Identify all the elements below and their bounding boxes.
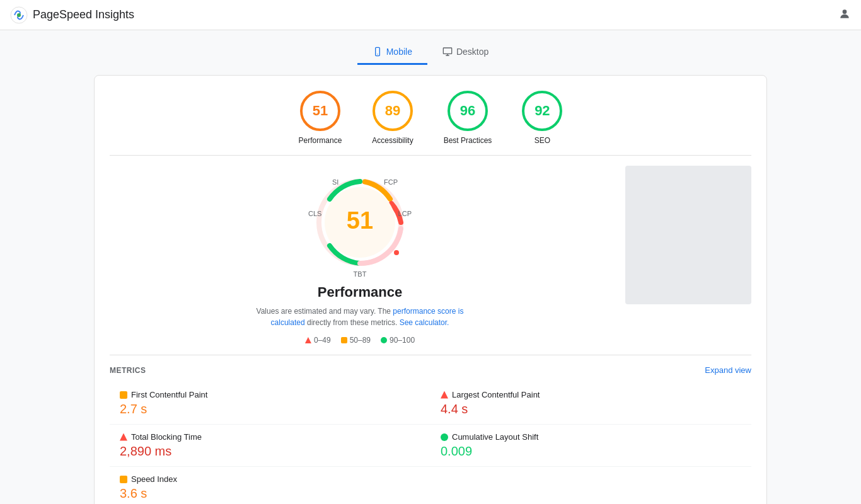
legend-item-orange: 50–89 [341, 336, 371, 345]
metric-si-icon [120, 476, 127, 483]
tab-desktop[interactable]: Desktop [427, 40, 504, 65]
app-title: PageSpeed Insights [33, 8, 134, 21]
legend-dot-red [305, 337, 311, 343]
legend-label-red: 0–49 [314, 336, 331, 345]
metric-fcp-value: 2.7 s [120, 402, 420, 416]
score-circle-seo: 92 [522, 91, 562, 131]
metric-fcp-label: First Contentful Paint [131, 390, 207, 399]
score-item-best-practices[interactable]: 96 Best Practices [444, 91, 492, 145]
metric-fcp: First Contentful Paint 2.7 s [110, 382, 430, 425]
gauge-label-lcp: LCP [398, 210, 412, 217]
gauge-label-tbt: TBT [354, 270, 367, 278]
metric-si: Speed Index 3.6 s [110, 467, 430, 504]
metrics-title: METRICS [110, 366, 146, 375]
metrics-header: METRICS Expand view [110, 365, 751, 375]
legend-dot-green [381, 337, 387, 343]
score-label-performance: Performance [299, 136, 342, 145]
metric-cls-icon [441, 433, 448, 441]
gauge-labels: SI FCP LCP TBT CLS [303, 166, 417, 279]
gauge-label-fcp: FCP [384, 178, 398, 186]
metrics-grid: First Contentful Paint 2.7 s Largest Con… [110, 382, 751, 504]
metric-tbt-icon [120, 433, 127, 441]
scores-row: 51 Performance 89 Accessibility 96 Best … [110, 91, 751, 145]
score-label-seo: SEO [535, 136, 550, 145]
svg-point-1 [17, 13, 21, 17]
svg-rect-5 [443, 48, 451, 54]
svg-point-4 [377, 54, 378, 54]
metric-cls-value: 0.009 [441, 444, 741, 459]
tab-desktop-label: Desktop [456, 47, 488, 57]
perf-title: Performance [318, 284, 403, 301]
metric-lcp-value: 4.4 s [441, 402, 741, 416]
tab-mobile-label: Mobile [386, 47, 412, 57]
score-label-accessibility: Accessibility [372, 136, 413, 145]
pagespeed-logo-icon [10, 6, 28, 24]
metric-cls-label: Cumulative Layout Shift [452, 432, 538, 442]
score-circle-performance: 51 [300, 91, 340, 131]
score-circle-accessibility: 89 [373, 91, 413, 131]
score-value-best-practices: 96 [460, 103, 475, 119]
legend-dot-orange [341, 337, 347, 343]
score-item-accessibility[interactable]: 89 Accessibility [372, 91, 413, 145]
calculator-link[interactable]: See calculator. [400, 318, 449, 327]
logo-container: PageSpeed Insights [10, 6, 134, 24]
panel-divider [110, 155, 751, 156]
svg-point-2 [843, 9, 847, 14]
metric-fcp-icon [120, 391, 127, 399]
gauge-label-cls: CLS [308, 210, 321, 217]
score-value-performance: 51 [313, 103, 328, 119]
score-item-seo[interactable]: 92 SEO [522, 91, 562, 145]
legend: 0–49 50–89 90–100 [305, 336, 415, 345]
score-panel: 51 Performance 89 Accessibility 96 Best … [94, 75, 767, 504]
metric-fcp-header: First Contentful Paint [120, 390, 420, 399]
device-tabs: Mobile Desktop [94, 40, 767, 65]
metric-si-header: Speed Index [120, 474, 420, 484]
metric-tbt-label: Total Blocking Time [131, 432, 202, 442]
mobile-icon [373, 47, 383, 57]
metrics-divider [110, 355, 751, 355]
perf-left: 51 SI FCP LCP TBT CLS Performance Values… [110, 166, 610, 345]
legend-item-red: 0–49 [305, 336, 331, 345]
gauge-container: 51 SI FCP LCP TBT CLS [303, 166, 417, 279]
perf-note: Values are estimated and may vary. The p… [240, 306, 480, 328]
main-content: Mobile Desktop 51 Performance 89 [84, 30, 777, 504]
header: PageSpeed Insights [0, 0, 861, 30]
profile-icon[interactable] [838, 8, 851, 20]
metric-si-value: 3.6 s [120, 486, 420, 501]
legend-label-orange: 50–89 [350, 336, 371, 345]
metric-si-label: Speed Index [131, 474, 177, 484]
metric-tbt-value: 2,890 ms [120, 444, 420, 459]
metric-lcp: Largest Contentful Paint 4.4 s [430, 382, 751, 425]
metric-cls-header: Cumulative Layout Shift [441, 432, 741, 442]
header-right [838, 8, 851, 22]
screenshot-preview [625, 166, 751, 304]
perf-note-text: Values are estimated and may vary. The [257, 307, 393, 316]
tab-mobile[interactable]: Mobile [357, 40, 427, 65]
gauge-label-si: SI [332, 178, 338, 186]
legend-label-green: 90–100 [390, 336, 415, 345]
metric-lcp-header: Largest Contentful Paint [441, 390, 741, 399]
expand-view-button[interactable]: Expand view [705, 365, 751, 375]
desktop-icon [442, 47, 453, 57]
score-circle-best-practices: 96 [448, 91, 488, 131]
score-label-best-practices: Best Practices [444, 136, 492, 145]
metric-cls: Cumulative Layout Shift 0.009 [430, 425, 751, 467]
metric-tbt: Total Blocking Time 2,890 ms [110, 425, 430, 467]
metric-lcp-label: Largest Contentful Paint [452, 390, 540, 399]
score-value-accessibility: 89 [385, 103, 400, 119]
score-item-performance[interactable]: 51 Performance [299, 91, 342, 145]
legend-item-green: 90–100 [381, 336, 415, 345]
metric-tbt-header: Total Blocking Time [120, 432, 420, 442]
metric-lcp-icon [441, 391, 448, 399]
perf-detail: 51 SI FCP LCP TBT CLS Performance Values… [110, 166, 751, 345]
score-value-seo: 92 [535, 103, 550, 119]
perf-note-mid: directly from these metrics. [305, 318, 400, 327]
